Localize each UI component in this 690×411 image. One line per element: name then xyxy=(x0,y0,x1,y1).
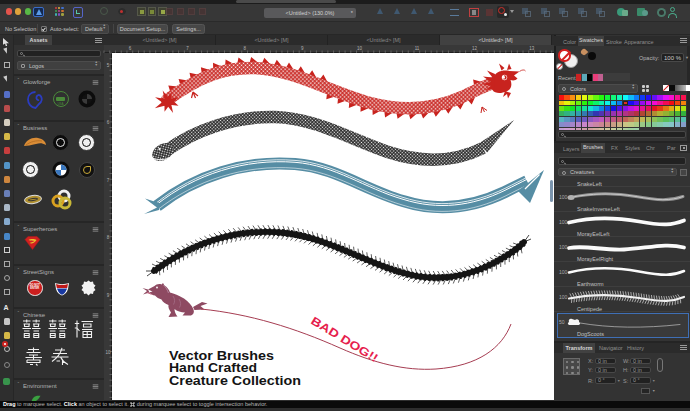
svg-text:Creature Collection: Creature Collection xyxy=(169,374,301,388)
